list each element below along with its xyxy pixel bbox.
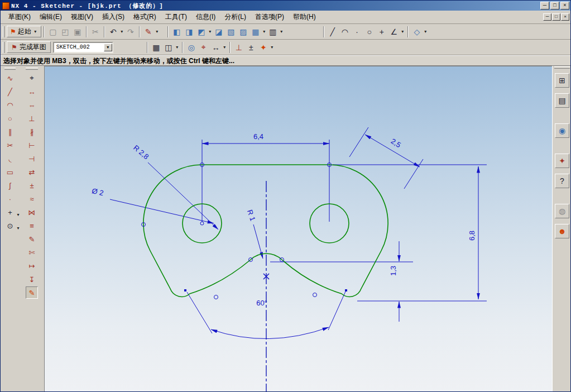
front-view-icon[interactable]: ◪: [213, 26, 225, 38]
derived-lines-icon[interactable]: ∥: [4, 126, 16, 138]
menu-information[interactable]: 信息(I): [191, 11, 220, 23]
history-icon[interactable]: ◍: [555, 204, 569, 218]
toolbar-grip[interactable]: [3, 42, 4, 53]
close-button[interactable]: ×: [560, 2, 569, 9]
redo-icon[interactable]: ↷: [124, 26, 137, 38]
offset-curve-icon[interactable]: ≡: [26, 219, 38, 232]
constraints-icon[interactable]: ⊥: [26, 112, 38, 125]
snap-plus-icon[interactable]: +: [376, 26, 388, 38]
snap-settings-icon[interactable]: ⌖: [198, 41, 210, 54]
sketch-dropdown-icon[interactable]: ▾: [155, 29, 160, 34]
start-menu-button[interactable]: ⚑ 起始 ▾: [7, 26, 41, 37]
infer-constraints-icon[interactable]: ≈: [26, 193, 38, 205]
snap-circle-icon[interactable]: ○: [363, 26, 376, 38]
help-icon[interactable]: ?: [555, 174, 569, 188]
constraint-mode-icon[interactable]: ⊥: [233, 41, 245, 54]
snap-point-tool-icon[interactable]: ⌖: [26, 72, 38, 84]
alternate-solution-icon[interactable]: ±: [245, 41, 257, 54]
view-dropdown-icon[interactable]: ▾: [208, 29, 213, 34]
sketch-canvas[interactable]: 6,4 2,5 R 2,8 Ø 2 R 1 6,8 1,3 60°: [44, 66, 552, 392]
menu-preferences[interactable]: 首选项(P): [251, 11, 289, 23]
reattach-sketch-icon[interactable]: ◫: [162, 41, 175, 54]
sketch-name-combo[interactable]: SKETCH_002 ▾: [53, 42, 113, 53]
edit-defining-string-icon[interactable]: ✄: [26, 246, 38, 259]
rectangle-icon[interactable]: ▭: [4, 166, 16, 178]
auto-constrain-icon[interactable]: ⊢: [26, 139, 38, 151]
visualization-icon[interactable]: ✦: [555, 154, 569, 168]
update-model-icon[interactable]: ✦: [257, 41, 270, 54]
arc-icon[interactable]: ◠: [4, 99, 16, 111]
dimension-labels[interactable]: 6,4 2,5 R 2,8 Ø 2 R 1 6,8 1,3 60°: [91, 132, 476, 307]
web-browser-icon[interactable]: ◉: [555, 123, 569, 138]
zoom-sketch-icon[interactable]: ◎: [185, 41, 198, 54]
add-existing-curve-icon[interactable]: ↦: [26, 260, 38, 272]
menu-help[interactable]: 帮助(H): [289, 11, 320, 23]
display-mode-icon[interactable]: ▥: [267, 26, 279, 38]
point-icon[interactable]: ∙: [4, 193, 16, 205]
conic-dropdown-icon[interactable]: ▾: [16, 226, 21, 231]
datum-csys-icon[interactable]: ◇: [411, 26, 423, 38]
plus-tool-icon[interactable]: + ▾: [4, 206, 16, 218]
line-icon[interactable]: ╱: [4, 85, 16, 98]
update-dropdown-icon[interactable]: ▾: [270, 45, 275, 50]
toolbar-grip[interactable]: [3, 26, 4, 37]
minimize-button[interactable]: ─: [540, 2, 549, 9]
conic-tool-icon[interactable]: ⊙ ▾: [4, 219, 16, 232]
continuous-auto-dimension-icon[interactable]: ✎: [26, 286, 38, 299]
snap-point-icon[interactable]: ∙: [351, 26, 363, 38]
sketch-icon[interactable]: ✎: [142, 26, 155, 38]
quick-trim-icon[interactable]: ✂: [4, 139, 16, 151]
mirror-curve-icon[interactable]: ⋈: [26, 206, 38, 218]
roles-icon[interactable]: ☻: [555, 224, 569, 238]
open-icon[interactable]: ◰: [59, 26, 71, 38]
snap-arc-icon[interactable]: ◠: [339, 26, 351, 38]
top-view-icon[interactable]: ◩: [195, 26, 208, 38]
wireframe-view-icon[interactable]: ▦: [249, 26, 262, 38]
snap-angle-icon[interactable]: ∠: [388, 26, 400, 38]
show-all-constraints-icon[interactable]: ∦: [26, 126, 38, 138]
menu-insert[interactable]: 插入(S): [98, 11, 129, 23]
fillet-icon[interactable]: ◟: [4, 152, 16, 165]
combo-dropdown-icon[interactable]: ▾: [104, 44, 112, 51]
menu-edit[interactable]: 编辑(E): [35, 11, 66, 23]
dimension-lines[interactable]: [110, 127, 487, 339]
trimetric-view-icon[interactable]: ◧: [171, 26, 183, 38]
studio-spline-icon[interactable]: ∫: [4, 179, 16, 192]
mdi-restore-button[interactable]: □: [552, 13, 560, 21]
positioning-dimension-icon[interactable]: ↔: [210, 41, 222, 54]
undo-dropdown-icon[interactable]: ▾: [119, 29, 124, 34]
toolbar-grip[interactable]: [554, 66, 570, 69]
snap-dropdown-icon[interactable]: ▾: [400, 29, 405, 34]
toolbar-grip[interactable]: [26, 68, 38, 70]
plus-dropdown-icon[interactable]: ▾: [16, 212, 21, 217]
render-dropdown-icon[interactable]: ▾: [262, 29, 267, 34]
menu-tools[interactable]: 工具(T): [161, 11, 191, 23]
shaded-view-icon[interactable]: ▨: [237, 26, 249, 38]
menu-view[interactable]: 视图(V): [66, 11, 98, 23]
csys-dropdown-icon[interactable]: ▾: [423, 29, 428, 34]
right-view-icon[interactable]: ▧: [225, 26, 237, 38]
convert-to-reference-icon[interactable]: ⇄: [26, 166, 38, 178]
finish-sketch-button[interactable]: ⚑ 完成草图: [7, 41, 51, 53]
undo-icon[interactable]: ↶: [107, 26, 119, 38]
maximize-button[interactable]: □: [550, 2, 559, 9]
menu-sketch[interactable]: 草图(K): [4, 11, 35, 23]
auto-dimension-icon[interactable]: ⇔: [26, 99, 38, 111]
mdi-minimize-button[interactable]: ─: [543, 13, 551, 21]
alternate-solution-tool-icon[interactable]: ±: [26, 179, 38, 192]
circle-icon[interactable]: ○: [4, 112, 16, 125]
cut-icon[interactable]: ✂: [89, 26, 102, 38]
snap-line-icon[interactable]: ╱: [327, 26, 339, 38]
display-dropdown-icon[interactable]: ▾: [279, 29, 284, 34]
toolbar-grip[interactable]: [4, 68, 16, 70]
menu-format[interactable]: 格式(R): [129, 11, 161, 23]
posdim-dropdown-icon[interactable]: ▾: [222, 45, 227, 50]
reattach-dropdown-icon[interactable]: ▾: [175, 45, 180, 50]
part-navigator-icon[interactable]: ▤: [555, 93, 569, 108]
save-icon[interactable]: ▣: [71, 26, 84, 38]
profile-icon[interactable]: ∿: [4, 72, 16, 84]
inferred-dimension-icon[interactable]: ↔: [26, 85, 38, 98]
show-no-constraints-icon[interactable]: ⊣: [26, 152, 38, 165]
isometric-view-icon[interactable]: ◨: [183, 26, 195, 38]
orient-view-to-sketch-icon[interactable]: ▦: [150, 41, 162, 54]
